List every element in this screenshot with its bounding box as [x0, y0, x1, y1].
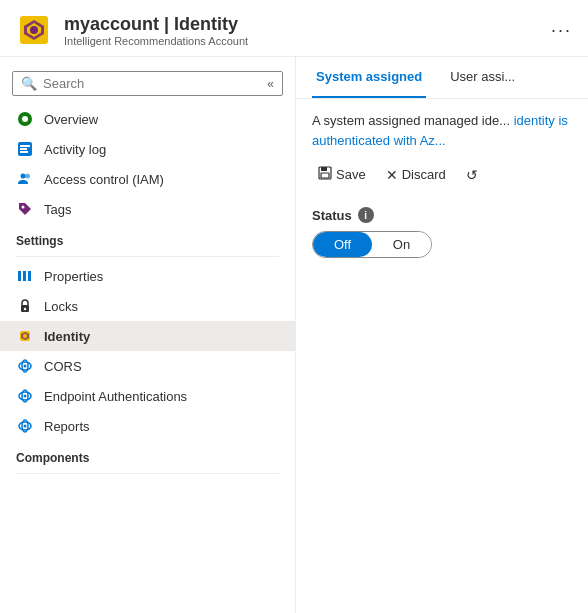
page-subtitle: Intelligent Recommendations Account: [64, 35, 248, 47]
status-text: Status: [312, 208, 352, 223]
svg-rect-13: [18, 271, 21, 281]
sidebar-label-reports: Reports: [44, 419, 90, 434]
search-box[interactable]: 🔍 «: [12, 71, 283, 96]
refresh-button[interactable]: ↺: [460, 163, 484, 187]
status-toggle[interactable]: Off On: [312, 231, 432, 258]
iam-icon: [16, 170, 34, 188]
tab-user-assigned[interactable]: User assi...: [446, 57, 519, 98]
svg-point-17: [24, 308, 26, 310]
more-options-button[interactable]: ···: [551, 20, 572, 41]
svg-point-20: [23, 334, 27, 338]
svg-rect-14: [23, 271, 26, 281]
tab-system-assigned[interactable]: System assigned: [312, 57, 426, 98]
svg-point-11: [25, 174, 30, 179]
search-input[interactable]: [43, 76, 261, 91]
settings-divider: [16, 256, 279, 257]
svg-point-5: [22, 116, 28, 122]
sidebar-item-tags[interactable]: Tags: [0, 194, 295, 224]
svg-point-12: [22, 206, 25, 209]
sidebar: 🔍 « Overview Activity log Access control…: [0, 57, 296, 613]
search-icon: 🔍: [21, 76, 37, 91]
app-icon: [16, 12, 52, 48]
save-button[interactable]: Save: [312, 162, 372, 187]
svg-rect-31: [321, 167, 327, 171]
sidebar-label-iam: Access control (IAM): [44, 172, 164, 187]
sidebar-label-properties: Properties: [44, 269, 103, 284]
save-label: Save: [336, 167, 366, 182]
sidebar-item-overview[interactable]: Overview: [0, 104, 295, 134]
svg-rect-9: [20, 151, 28, 153]
endpoint-auth-icon: [16, 387, 34, 405]
sidebar-item-cors[interactable]: CORS: [0, 351, 295, 381]
sidebar-label-tags: Tags: [44, 202, 71, 217]
content-body: A system assigned managed ide... identit…: [296, 99, 588, 270]
sidebar-label-activity-log: Activity log: [44, 142, 106, 157]
svg-point-29: [24, 425, 27, 428]
toolbar: Save ✕ Discard ↺: [312, 162, 572, 187]
svg-rect-32: [321, 173, 329, 178]
cors-icon: [16, 357, 34, 375]
sidebar-item-endpoint-auth[interactable]: Endpoint Authentications: [0, 381, 295, 411]
sidebar-item-activity-log[interactable]: Activity log: [0, 134, 295, 164]
components-divider: [16, 473, 279, 474]
discard-label: Discard: [402, 167, 446, 182]
sidebar-item-locks[interactable]: Locks: [0, 291, 295, 321]
svg-rect-15: [28, 271, 31, 281]
status-label-row: Status i: [312, 207, 572, 223]
svg-point-10: [21, 174, 26, 179]
sidebar-label-locks: Locks: [44, 299, 78, 314]
identity-icon: [16, 327, 34, 345]
toggle-on-option[interactable]: On: [372, 232, 431, 257]
save-icon: [318, 166, 332, 183]
sidebar-label-cors: CORS: [44, 359, 82, 374]
tags-icon: [16, 200, 34, 218]
sidebar-item-reports[interactable]: Reports: [0, 411, 295, 441]
properties-icon: [16, 267, 34, 285]
reports-icon: [16, 417, 34, 435]
description-text: A system assigned managed ide... identit…: [312, 111, 572, 150]
description-link[interactable]: identity is authenticated with Az...: [312, 113, 568, 148]
svg-rect-7: [20, 145, 30, 147]
discard-button[interactable]: ✕ Discard: [380, 163, 452, 187]
content-panel: System assigned User assi... A system as…: [296, 57, 588, 613]
settings-section-label: Settings: [0, 224, 295, 252]
page-title: myaccount | Identity: [64, 14, 248, 35]
sidebar-label-overview: Overview: [44, 112, 98, 127]
sidebar-item-identity[interactable]: Identity: [0, 321, 295, 351]
svg-rect-8: [20, 148, 27, 150]
svg-point-3: [30, 26, 38, 34]
main-layout: 🔍 « Overview Activity log Access control…: [0, 57, 588, 613]
svg-point-23: [24, 365, 27, 368]
sidebar-item-iam[interactable]: Access control (IAM): [0, 164, 295, 194]
locks-icon: [16, 297, 34, 315]
sidebar-label-endpoint-auth: Endpoint Authentications: [44, 389, 187, 404]
tabs-bar: System assigned User assi...: [296, 57, 588, 99]
collapse-button[interactable]: «: [267, 77, 274, 91]
sidebar-item-properties[interactable]: Properties: [0, 261, 295, 291]
toggle-off-option[interactable]: Off: [313, 232, 372, 257]
status-info-icon[interactable]: i: [358, 207, 374, 223]
activity-log-icon: [16, 140, 34, 158]
refresh-icon: ↺: [466, 167, 478, 183]
header-title-block: myaccount | Identity Intelligent Recomme…: [64, 14, 248, 47]
header: myaccount | Identity Intelligent Recomme…: [0, 0, 588, 57]
sidebar-label-identity: Identity: [44, 329, 90, 344]
status-section: Status i Off On: [312, 207, 572, 258]
overview-icon: [16, 110, 34, 128]
components-section-label: Components: [0, 441, 295, 469]
discard-icon: ✕: [386, 167, 398, 183]
svg-point-26: [24, 395, 27, 398]
